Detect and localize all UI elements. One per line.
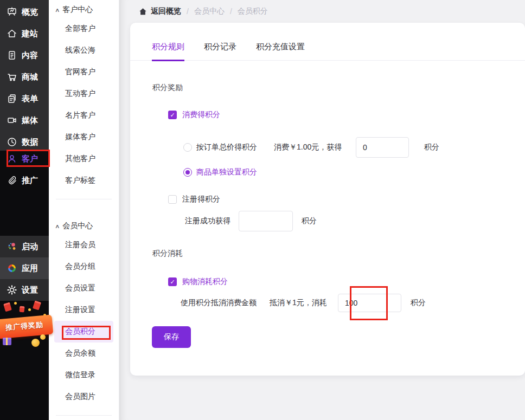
sidebar-item-member-settings[interactable]: 会员设置 xyxy=(49,277,119,299)
row-deduct: 使用积分抵消消费金额 抵消￥1元，消耗 积分 xyxy=(130,293,525,313)
sidebar-item-wechat-login[interactable]: 微信登录 xyxy=(49,364,119,386)
check-icon: ✓ xyxy=(170,112,175,119)
sidebar-item-overview[interactable]: 概览 xyxy=(0,1,49,23)
form-icon xyxy=(7,94,17,104)
promo-banner[interactable]: 推广得奖励 xyxy=(0,300,49,351)
red-envelope-graphic xyxy=(3,302,12,312)
sidebar-item-register-settings[interactable]: 注册设置 xyxy=(49,299,119,321)
gift-box-graphic xyxy=(3,338,11,345)
breadcrumb-member-center[interactable]: 会员中心 xyxy=(194,7,225,16)
sidebar-item-lead-pool[interactable]: 线索公海 xyxy=(49,40,119,61)
paperclip-icon xyxy=(7,176,17,185)
launch-dots-icon xyxy=(7,242,17,251)
sidebar-item-website-customers[interactable]: 官网客户 xyxy=(49,61,119,83)
register-success-text: 注册成功获得 xyxy=(185,216,231,226)
pie-chart-icon xyxy=(7,137,17,147)
sidebar-item-mall[interactable]: 商城 xyxy=(0,66,49,88)
sidebar-item-member-balance[interactable]: 会员余额 xyxy=(49,343,119,364)
consume-amount-text: 消费￥1.00元，获得 xyxy=(274,143,342,152)
group-header-member-center[interactable]: ∧ 会员中心 xyxy=(49,218,119,234)
sidebar-item-other-customers[interactable]: 其他客户 xyxy=(49,148,119,170)
radio-by-order-total[interactable] xyxy=(183,143,192,152)
sidebar-item-label: 表单 xyxy=(22,94,38,104)
annotation-box-member-points xyxy=(62,326,111,340)
sidebar-item-label: 应用 xyxy=(22,263,38,274)
sidebar-item-customer-tags[interactable]: 客户标签 xyxy=(49,170,119,191)
red-envelope-graphic xyxy=(33,301,41,311)
sidebar-item-label: 商城 xyxy=(22,72,38,82)
group-header-customer-center[interactable]: ∧ 客户中心 xyxy=(49,2,119,18)
row-by-order-total: 按订单总价得积分 消费￥1.00元，获得 积分 xyxy=(130,137,525,158)
sidebar-item-interactive-customers[interactable]: 互动客户 xyxy=(49,83,119,105)
row-register-reward: 注册成功获得 积分 xyxy=(130,211,525,231)
document-icon xyxy=(7,50,17,60)
cart-icon xyxy=(7,72,17,82)
radio-per-product[interactable] xyxy=(183,168,192,177)
sidebar-item-launch[interactable]: 启动 xyxy=(0,236,49,257)
sidebar-item-all-customers[interactable]: 全部客户 xyxy=(49,18,119,40)
sidebar-item-label: 数据 xyxy=(22,137,38,147)
gear-icon xyxy=(7,285,17,295)
checkbox-register-points[interactable] xyxy=(168,195,177,204)
radio-dot xyxy=(185,170,190,175)
consume-points-label: 消费得积分 xyxy=(182,110,220,120)
coin-graphic xyxy=(40,334,46,340)
confetti-dot xyxy=(28,308,31,311)
sidebar-item-label: 启动 xyxy=(22,242,38,252)
row-register-points: 注册得积分 xyxy=(130,191,525,208)
tab-points-recharge-settings[interactable]: 积分充值设置 xyxy=(256,42,305,61)
points-suffix: 积分 xyxy=(411,298,426,308)
divider xyxy=(56,415,112,416)
points-suffix: 积分 xyxy=(302,216,317,226)
sidebar-item-media-customers[interactable]: 媒体客户 xyxy=(49,126,119,148)
sidebar-item-promotion[interactable]: 推广 xyxy=(0,170,49,191)
tab-points-rules[interactable]: 积分规则 xyxy=(152,42,184,61)
sidebar-item-label: 内容 xyxy=(22,50,38,61)
sidebar-item-apps[interactable]: 应用 xyxy=(0,257,49,279)
breadcrumb-separator: / xyxy=(187,7,189,16)
main-region: 返回概览 / 会员中心 / 会员积分 积分规则 积分记录 积分充值设置 积分奖励… xyxy=(119,0,525,420)
check-icon: ✓ xyxy=(170,279,175,286)
group-title: 客户中心 xyxy=(62,5,93,15)
save-button[interactable]: 保存 xyxy=(152,326,191,348)
sidebar-item-member-points[interactable]: 会员积分 xyxy=(54,321,113,343)
sidebar-item-label: 设置 xyxy=(22,285,38,295)
register-points-input[interactable] xyxy=(239,211,293,231)
apps-wheel-icon xyxy=(7,263,17,273)
sidebar-item-member-groups[interactable]: 会员分组 xyxy=(49,256,119,277)
checkbox-consume-points[interactable]: ✓ xyxy=(168,111,177,119)
order-points-input[interactable] xyxy=(356,137,409,158)
by-order-total-label: 按订单总价得积分 xyxy=(196,143,257,152)
sidebar-item-registered-members[interactable]: 注册会员 xyxy=(49,234,119,256)
sidebar-item-forms[interactable]: 表单 xyxy=(0,88,49,109)
sidebar-item-card-customers[interactable]: 名片客户 xyxy=(49,105,119,126)
primary-sidebar-bottom-group: 启动 应用 设置 xyxy=(0,236,49,301)
red-envelope-graphic xyxy=(19,306,24,313)
breadcrumb: 返回概览 / 会员中心 / 会员积分 xyxy=(119,0,525,23)
sidebar-item-content[interactable]: 内容 xyxy=(0,44,49,66)
sidebar-item-label: 建站 xyxy=(22,29,38,39)
video-camera-icon xyxy=(7,115,17,125)
content-card: 积分规则 积分记录 积分充值设置 积分奖励 ✓ 消费得积分 按订单总价得积分 消… xyxy=(130,23,525,376)
checkbox-shopping-consume[interactable]: ✓ xyxy=(168,277,177,286)
collapse-caret-icon: ∧ xyxy=(55,7,60,13)
register-points-label: 注册得积分 xyxy=(182,195,220,204)
tab-points-records[interactable]: 积分记录 xyxy=(204,42,236,61)
home-icon xyxy=(139,8,147,16)
primary-sidebar: 概览 建站 内容 商城 表单 xyxy=(0,0,49,420)
sidebar-item-label: 媒体 xyxy=(22,115,38,126)
deduct-amount-text: 抵消￥1元，消耗 xyxy=(270,298,327,308)
confetti-dot xyxy=(14,302,17,305)
sidebar-item-settings[interactable]: 设置 xyxy=(0,279,49,301)
back-to-overview-link[interactable]: 返回概览 xyxy=(139,7,181,16)
primary-sidebar-top-group: 概览 建站 内容 商城 表单 xyxy=(0,0,49,151)
annotation-box-customers xyxy=(7,150,50,167)
annotation-box-deduct-input xyxy=(350,286,388,320)
breadcrumb-separator: / xyxy=(230,7,232,16)
breadcrumb-member-points[interactable]: 会员积分 xyxy=(238,7,268,16)
sidebar-item-media[interactable]: 媒体 xyxy=(0,109,49,131)
row-shopping-consume: ✓ 购物消耗积分 xyxy=(130,274,525,290)
coin-graphic xyxy=(31,339,40,347)
sidebar-item-site[interactable]: 建站 xyxy=(0,23,49,44)
sidebar-item-member-images[interactable]: 会员图片 xyxy=(49,386,119,408)
